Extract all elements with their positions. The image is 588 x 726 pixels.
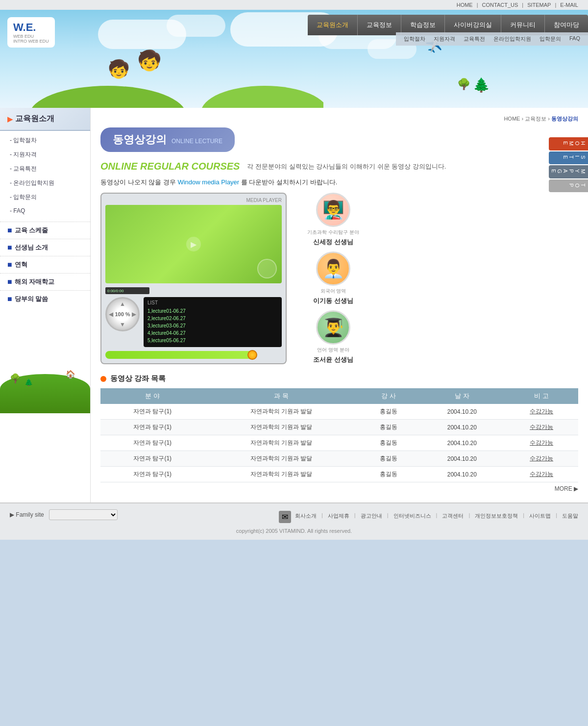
table-row: 자연과 탐구(1) 자연과학의 기원과 발달 홍길동 2004.10.20 수강… (100, 420, 578, 435)
playlist-item-3[interactable]: 3,lecture03-06.27 (147, 322, 278, 329)
footer-link-privacy[interactable]: 개인정보보호정책 (475, 512, 518, 520)
right-tab-home[interactable]: HOME (549, 137, 588, 150)
progress-knob[interactable] (247, 350, 257, 360)
footer-links: 회사소개| 사업제휴| 광고안내| 인터넷비즈니스| 고객센터| 개인정보보호정… (295, 512, 578, 520)
orange-dot (100, 376, 106, 382)
sidebar-item-admission[interactable]: - 입학절차 (0, 133, 90, 148)
row-field: 자연과 탐구(1) (100, 467, 204, 482)
table-row: 자연과 탐구(1) 자연과학의 기원과 발달 홍길동 2004.10.20 수강… (100, 467, 578, 482)
family-site-select[interactable] (49, 509, 118, 520)
breadcrumb-section[interactable]: 교육정보 (525, 116, 546, 122)
instructor-field-3: 언어 영역 분야 (317, 347, 349, 353)
nav-home-link[interactable]: HOME (457, 2, 473, 8)
footer-link-partner[interactable]: 사업제휴 (328, 512, 349, 520)
footer-link-ad[interactable]: 광고안내 (361, 512, 382, 520)
footer-link-help[interactable]: 도움말 (562, 512, 578, 520)
row-field: 자연과 탐구(1) (100, 420, 204, 435)
row-field: 자연과 탐구(1) (100, 435, 204, 451)
sidebar-item-inquiry[interactable]: - 입학문의 (0, 190, 90, 204)
subnav-qualify[interactable]: 지원자격 (431, 34, 458, 44)
page-header: 동영상강의 ONLINE LECTURE (100, 127, 578, 152)
subnav-admission[interactable]: 입학절차 (401, 34, 428, 44)
table-row: 자연과 탐구(1) 자연과학의 기원과 발달 홍길동 2004.10.20 수강… (100, 451, 578, 467)
sidebar-arrow: ▶ (7, 115, 13, 123)
right-tab-top[interactable]: TOP (549, 179, 588, 193)
table-header-row: 분 야 과 목 강 사 날 자 비 고 (100, 388, 578, 404)
subnav-special[interactable]: 교육특전 (461, 34, 488, 44)
section-title-row: ONLINE REGULAR COURSES 각 전문분야의 실력있는 강사님들… (100, 161, 578, 172)
breadcrumb-home[interactable]: HOME (504, 116, 520, 122)
more-anchor[interactable]: MORE ▶ (555, 485, 578, 492)
media-player: MEDIA PLAYER ▶ 0:00/0:00 ◀ ▶ (100, 193, 287, 364)
video-list-title: 동영상 강좌 목록 (100, 374, 578, 383)
playlist-item-2[interactable]: 2,lecture02-06.27 (147, 315, 278, 322)
row-status[interactable]: 수강가능 (505, 435, 578, 451)
dial-control[interactable]: ◀ ▶ ▲ ▼ 100 % (105, 297, 140, 331)
sidebar-section-overseas[interactable]: ■ 해외 자매학교 (0, 273, 90, 288)
sidebar-item-qualify[interactable]: - 지원자격 (0, 148, 90, 162)
nav-sitemap-link[interactable]: SITEMAP (527, 2, 551, 8)
media-player-link[interactable]: Window media Player (177, 178, 239, 186)
footer-link-biz[interactable]: 인터넷비즈니스 (393, 512, 431, 520)
section-title: ONLINE REGULAR COURSES (100, 161, 240, 172)
footer: ▶ Family site ✉ 회사소개| 사업제휴| 광고안내| 인터넷비즈니… (0, 502, 588, 540)
footer-link-about[interactable]: 회사소개 (295, 512, 317, 520)
row-status[interactable]: 수강가능 (505, 451, 578, 467)
nav-email-link[interactable]: E-MAIL (560, 2, 578, 8)
playlist-item-1[interactable]: 1,lecture01-06.27 (147, 307, 278, 315)
row-subject: 자연과학의 기원과 발달 (204, 467, 358, 482)
sub-navigation: 입학절차 지원자격 교육특전 온라인입학지원 입학문의 FAQ (396, 32, 588, 46)
header-banner: W.E. WEB EDU INTRO WEB EDU 🧒 🧒 ✈️ 🌲 🌳 교육… (0, 10, 588, 108)
site-logo: W.E. WEB EDU INTRO WEB EDU (7, 17, 55, 48)
playlist-item-4[interactable]: 4,lecture04-06.27 (147, 329, 278, 337)
col-status: 비 고 (505, 388, 578, 404)
media-play-circle (257, 259, 277, 278)
instructor-name-3: 조서윤 선생님 (313, 355, 353, 364)
sidebar-item-online[interactable]: - 온라인입학지원 (0, 176, 90, 190)
nav-item-info[interactable]: 교육정보 (358, 15, 401, 35)
row-date: 2004.10.20 (419, 451, 505, 467)
row-teacher: 홍길동 (358, 435, 419, 451)
instructor-avatar-1: 👨‍🏫 (316, 193, 350, 227)
info-text: 동영상이 나오지 않을 경우 Window media Player 를 다운받… (100, 178, 578, 187)
right-tab-site[interactable]: SITE (549, 151, 588, 164)
sidebar-item-special[interactable]: - 교육특전 (0, 162, 90, 176)
sidebar-title: ▶ 교육원소개 (0, 108, 90, 131)
sidebar-section-teachers[interactable]: ■ 선생님 소개 (0, 239, 90, 254)
right-tab-mypage[interactable]: MYPAGE (549, 165, 588, 178)
row-teacher: 홍길동 (358, 467, 419, 482)
row-field: 자연과 탐구(1) (100, 451, 204, 467)
svg-point-7 (29, 86, 186, 108)
subnav-faq[interactable]: FAQ (566, 34, 583, 44)
info-after: 를 다운받아 설치하시기 바랍니다. (241, 178, 337, 186)
subnav-inquiry[interactable]: 입학문의 (537, 34, 564, 44)
more-link[interactable]: MORE ▶ (100, 482, 578, 495)
table-row: 자연과 탐구(1) 자연과학의 기원과 발달 홍길동 2004.10.20 수강… (100, 435, 578, 451)
dial-right: ▶ (132, 311, 136, 318)
player-controls: ◀ ▶ ▲ ▼ 100 % LIST 1,lecture01-06.27 2,l… (105, 297, 282, 347)
subnav-online[interactable]: 온라인입학지원 (490, 34, 534, 44)
col-field: 분 야 (100, 388, 204, 404)
col-date: 날 자 (419, 388, 505, 404)
sidebar-section-history[interactable]: ■ 연혁 (0, 256, 90, 271)
row-status[interactable]: 수강가능 (505, 404, 578, 420)
sidebar-title-text: 교육원소개 (15, 114, 54, 124)
row-status[interactable]: 수강가능 (505, 467, 578, 482)
page-title-box: 동영상강의 ONLINE LECTURE (100, 127, 235, 152)
sidebar-section-schedule[interactable]: ■ 교육 스케줄 (0, 222, 90, 237)
row-teacher: 홍길동 (358, 404, 419, 420)
row-status[interactable]: 수강가능 (505, 420, 578, 435)
footer-link-sitemap[interactable]: 사이트맵 (529, 512, 551, 520)
nav-item-edu[interactable]: 교육원소개 (308, 15, 358, 35)
progress-bar[interactable] (105, 351, 255, 359)
playlist-item-5[interactable]: 5,lecture05-06.27 (147, 337, 278, 344)
sidebar-item-faq[interactable]: - FAQ (0, 204, 90, 217)
col-teacher: 강 사 (358, 388, 419, 404)
footer-link-customer[interactable]: 고객센터 (442, 512, 464, 520)
nav-contact-link[interactable]: CONTACT_US (482, 2, 518, 8)
sidebar-section-message[interactable]: ■ 당부의 말씀 (0, 290, 90, 305)
page-title-korean: 동영상강의 (113, 132, 167, 147)
footer-copyright: copyright(c) 2005 VITAMIND. All rights r… (10, 528, 578, 534)
row-subject: 자연과학의 기원과 발달 (204, 404, 358, 420)
player-section: MEDIA PLAYER ▶ 0:00/0:00 ◀ ▶ (100, 193, 578, 364)
